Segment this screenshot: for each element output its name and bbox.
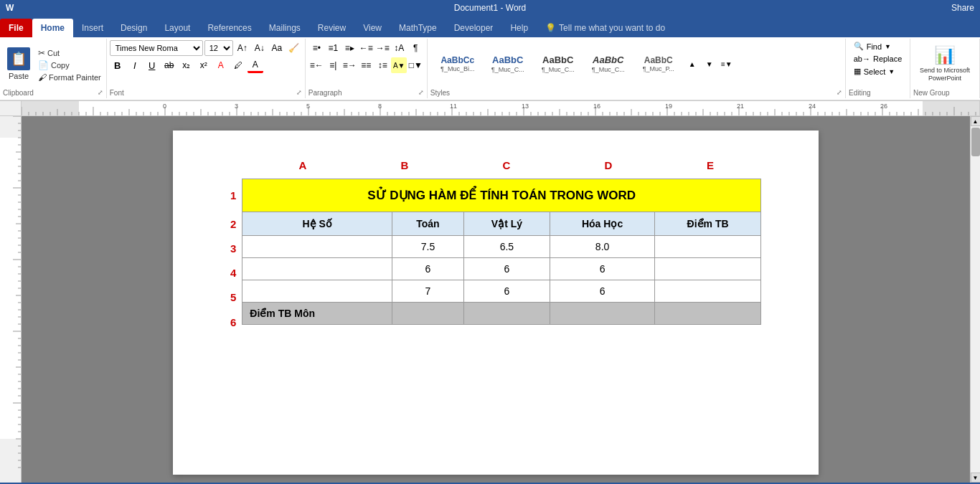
paste-button[interactable]: 📋 Paste [3, 46, 34, 82]
italic-button[interactable]: I [127, 57, 143, 73]
find-button[interactable]: 🔍 Find ▼ [851, 40, 894, 52]
send-to-powerpoint-button[interactable]: 📊 Send to Microsoft PowerPoint [913, 42, 976, 85]
cell-4-a [242, 258, 392, 280]
subscript-button[interactable]: x₂ [179, 57, 194, 73]
footer-e [655, 303, 761, 325]
increase-font-button[interactable]: A↑ [235, 40, 250, 56]
row-label-2: 2 [230, 212, 239, 236]
cell-4-c: 6 [463, 258, 550, 280]
style-item-2[interactable]: AaBbC ¶_Muc_C... [484, 52, 532, 75]
line-spacing-button[interactable]: ↕≡ [374, 57, 390, 73]
vertical-scrollbar[interactable]: ▲ ▼ [970, 116, 980, 483]
header-row: Hệ Số Toán Vật Lý Hóa Học Điểm TB [242, 212, 761, 236]
show-hide-button[interactable]: ¶ [407, 40, 423, 56]
align-left-button[interactable]: ≡← [308, 57, 324, 73]
clipboard-bottom: Clipboard ⤢ [3, 87, 103, 97]
styles-expand-icon[interactable]: ⤢ [837, 89, 842, 96]
change-case-button[interactable]: Aa [269, 40, 285, 56]
powerpoint-icon: 📊 [934, 45, 956, 65]
copy-button[interactable]: 📄 Copy [36, 60, 103, 71]
sort-button[interactable]: ↕A [391, 40, 407, 56]
style-item-5[interactable]: AaBbC ¶_Muc_P... [634, 53, 683, 75]
col-label-d: D [558, 159, 659, 171]
format-painter-button[interactable]: 🖌 Format Painter [36, 72, 103, 83]
decrease-indent-button[interactable]: ←≡ [358, 40, 374, 56]
styles-scroll-down[interactable]: ▼ [702, 56, 717, 72]
clipboard-group: 📋 Paste ✂ Cut 📄 Copy 🖌 Format Painter [0, 39, 107, 98]
styles-top: AaBbCc ¶_Muc_Bi... AaBbC ¶_Muc_C... AaBb… [430, 40, 842, 87]
select-icon: ▦ [854, 67, 861, 76]
styles-scroll-up[interactable]: ▲ [684, 56, 700, 72]
cell-5-c: 6 [463, 280, 550, 303]
tab-insert[interactable]: Insert [73, 19, 112, 37]
numbering-button[interactable]: ≡1 [325, 40, 341, 56]
align-center-button[interactable]: ≡| [325, 57, 341, 73]
tab-layout[interactable]: Layout [156, 19, 199, 37]
align-right-button[interactable]: ≡→ [341, 57, 357, 73]
tab-references[interactable]: References [199, 19, 260, 37]
justify-button[interactable]: ≡≡ [358, 57, 374, 73]
clipboard-expand-icon[interactable]: ⤢ [98, 89, 103, 96]
shading-button[interactable]: A▼ [391, 57, 407, 73]
border-button[interactable]: □▼ [407, 57, 423, 73]
highlight-button[interactable]: 🖊 [230, 57, 246, 73]
tab-review[interactable]: Review [309, 19, 354, 37]
footer-c [463, 303, 550, 325]
bullets-button[interactable]: ≡• [308, 40, 324, 56]
scroll-down-button[interactable]: ▼ [971, 473, 981, 483]
superscript-button[interactable]: x² [196, 57, 212, 73]
underline-button[interactable]: U [144, 57, 160, 73]
tab-file[interactable]: File [0, 19, 32, 37]
multilevel-button[interactable]: ≡▸ [341, 40, 357, 56]
para-expand-icon[interactable]: ⤢ [418, 89, 424, 96]
tab-mathtype[interactable]: MathType [390, 19, 446, 37]
share-button[interactable]: Share [951, 3, 974, 13]
increase-indent-button[interactable]: →≡ [374, 40, 390, 56]
clear-format-button[interactable]: 🧹 [286, 40, 302, 56]
font-color-button[interactable]: A [248, 57, 263, 73]
bold-button[interactable]: B [110, 57, 126, 73]
cell-5-e [655, 280, 761, 303]
document-area[interactable]: A B C D E 1 2 3 4 5 6 [22, 116, 970, 483]
text-color-button[interactable]: A [213, 57, 229, 73]
tab-help[interactable]: Help [501, 19, 537, 37]
cell-4-d: 6 [550, 258, 654, 280]
style-item-1[interactable]: AaBbCc ¶_Muc_Bi... [433, 53, 482, 75]
styles-expand[interactable]: ≡▼ [719, 56, 735, 72]
tab-view[interactable]: View [354, 19, 390, 37]
styles-bottom: Styles ⤢ [430, 87, 842, 97]
decrease-font-button[interactable]: A↓ [252, 40, 268, 56]
cell-5-d: 6 [550, 280, 654, 303]
tab-design[interactable]: Design [112, 19, 156, 37]
newgroup-bottom: New Group [913, 87, 976, 97]
font-size-select[interactable]: 12 [204, 40, 233, 56]
tab-tell[interactable]: 💡 Tell me what you want to do [537, 19, 674, 37]
font-row1: Times New Roma 12 A↑ A↓ Aa 🧹 [110, 40, 302, 56]
cell-5-b: 7 [392, 280, 464, 303]
tab-developer[interactable]: Developer [446, 19, 502, 37]
font-name-select[interactable]: Times New Roma [110, 40, 203, 56]
data-row-3: 7.5 6.5 8.0 [242, 236, 761, 258]
style-item-4[interactable]: AaBbC ¶_Muc_C... [584, 52, 633, 75]
paragraph-group: ≡• ≡1 ≡▸ ←≡ →≡ ↕A ¶ ≡← ≡| ≡→ ≡≡ ↕≡ A▼ □▼ [306, 39, 428, 98]
tab-home[interactable]: Home [32, 19, 73, 37]
find-icon: 🔍 [854, 42, 864, 51]
select-button[interactable]: ▦ Select ▼ [851, 65, 898, 77]
font-expand-icon[interactable]: ⤢ [296, 89, 302, 96]
tab-mailings[interactable]: Mailings [260, 19, 309, 37]
cut-button[interactable]: ✂ Cut [36, 47, 103, 59]
app-icon: W [6, 3, 14, 13]
scroll-up-button[interactable]: ▲ [971, 116, 981, 126]
cut-icon: ✂ [38, 48, 45, 58]
title-row: SỬ DỤNG HÀM ĐỂ TÍNH TOÁN TRONG WORD [242, 179, 761, 212]
word-table: SỬ DỤNG HÀM ĐỂ TÍNH TOÁN TRONG WORD Hệ S… [242, 179, 761, 325]
scroll-thumb[interactable] [971, 128, 980, 156]
col-label-c: C [456, 159, 557, 171]
strikethrough-button[interactable]: ab [161, 57, 177, 73]
style-item-3[interactable]: AaBbC ¶_Muc_C... [534, 52, 583, 75]
vertical-ruler [0, 116, 22, 483]
ruler-container [0, 101, 980, 116]
ribbon-content: 📋 Paste ✂ Cut 📄 Copy 🖌 Format Painter [0, 37, 980, 100]
ruler-corner [0, 101, 22, 115]
replace-button[interactable]: ab→ Replace [851, 53, 905, 65]
